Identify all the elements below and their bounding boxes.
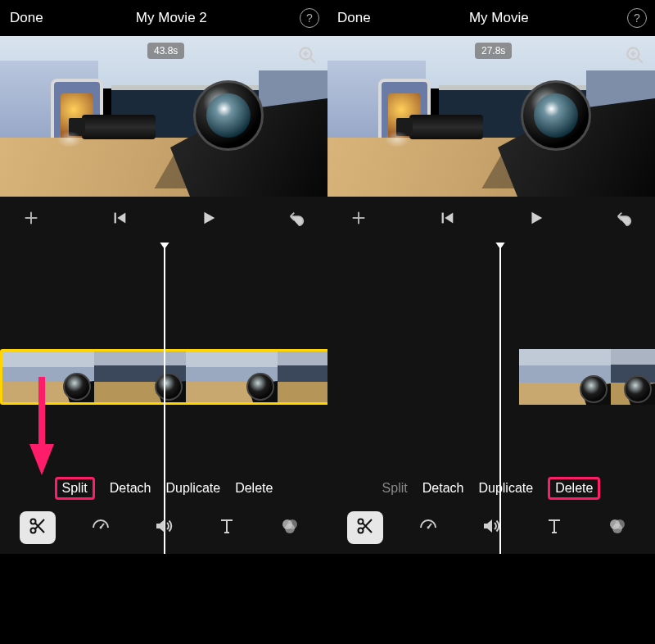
action-split[interactable]: Split — [382, 481, 408, 496]
help-button[interactable]: ? — [627, 8, 647, 28]
svg-point-8 — [31, 519, 36, 524]
skip-back-icon — [111, 209, 129, 230]
undo-button[interactable] — [280, 203, 313, 236]
action-delete[interactable]: Delete — [235, 481, 273, 496]
add-icon — [350, 209, 368, 230]
svg-point-27 — [359, 519, 364, 524]
header: Done My Movie ? — [328, 0, 655, 36]
tool-text[interactable] — [536, 511, 572, 544]
video-clip[interactable] — [519, 349, 655, 405]
header: Done My Movie 2 ? — [0, 0, 328, 36]
toolbar — [0, 508, 328, 554]
filters-icon — [608, 516, 627, 539]
svg-rect-7 — [38, 377, 45, 449]
text-icon — [217, 516, 237, 539]
undo-icon — [615, 209, 633, 230]
svg-rect-26 — [442, 213, 444, 224]
skip-back-button[interactable] — [431, 203, 463, 236]
clip-actions: Split Detach Duplicate Delete — [328, 472, 655, 505]
tool-speed[interactable] — [410, 511, 446, 544]
skip-back-icon — [438, 209, 456, 230]
timestamp-badge: 43.8s — [147, 43, 184, 59]
app-root: Done My Movie 2 ? 43.8s — [0, 0, 655, 644]
timeline[interactable]: Split Detach Duplicate Delete — [328, 243, 655, 554]
project-title: My Movie — [469, 10, 529, 26]
scissors-icon — [28, 516, 47, 539]
help-icon: ? — [634, 11, 640, 25]
add-icon — [22, 209, 40, 230]
svg-point-13 — [100, 527, 102, 529]
svg-point-32 — [427, 527, 430, 529]
filters-icon — [280, 516, 300, 539]
volume-icon — [481, 516, 501, 539]
clip-actions: Split Detach Duplicate Delete — [0, 472, 328, 505]
add-media-button[interactable] — [342, 203, 375, 236]
timeline[interactable]: Split Detach Duplicate Delete — [0, 243, 328, 554]
play-icon — [199, 209, 217, 230]
action-duplicate[interactable]: Duplicate — [478, 481, 533, 496]
tool-volume[interactable] — [146, 511, 182, 544]
action-detach[interactable]: Detach — [110, 481, 151, 496]
scissors-icon — [355, 516, 375, 539]
undo-icon — [287, 209, 305, 230]
timestamp-badge: 27.8s — [475, 43, 512, 59]
clip-thumbnails — [519, 349, 655, 405]
transport-bar — [328, 197, 655, 243]
svg-point-38 — [612, 524, 622, 533]
done-button[interactable]: Done — [10, 10, 43, 26]
undo-button[interactable] — [608, 203, 640, 236]
done-button[interactable]: Done — [337, 10, 371, 26]
text-icon — [544, 516, 564, 539]
speed-icon — [418, 516, 438, 539]
tool-scissors[interactable] — [347, 511, 383, 544]
action-delete[interactable]: Delete — [548, 477, 600, 500]
pane-0: Done My Movie 2 ? 43.8s — [0, 0, 328, 644]
svg-point-19 — [285, 524, 295, 533]
svg-line-1 — [310, 58, 315, 63]
tool-volume[interactable] — [473, 511, 509, 544]
pane-1: Done My Movie ? 27.8s — [328, 0, 655, 644]
action-split[interactable]: Split — [55, 477, 95, 500]
skip-back-button[interactable] — [103, 203, 136, 236]
help-icon: ? — [306, 11, 313, 25]
zoom-button[interactable] — [624, 44, 645, 66]
svg-point-28 — [359, 528, 364, 533]
transport-bar — [0, 197, 328, 243]
volume-icon — [154, 516, 174, 539]
svg-point-9 — [31, 528, 36, 533]
preview-video — [328, 36, 655, 197]
play-icon — [526, 209, 544, 230]
play-button[interactable] — [192, 203, 224, 236]
tool-scissors[interactable] — [20, 511, 56, 544]
preview-video — [0, 36, 328, 197]
preview[interactable]: 43.8s — [0, 36, 328, 197]
playhead[interactable] — [499, 243, 501, 554]
project-title: My Movie 2 — [136, 10, 207, 26]
speed-icon — [91, 516, 111, 539]
svg-line-21 — [638, 58, 643, 63]
zoom-button[interactable] — [296, 44, 318, 66]
action-detach[interactable]: Detach — [422, 481, 464, 496]
annotation-arrow — [29, 377, 54, 475]
action-duplicate[interactable]: Duplicate — [165, 481, 220, 496]
tool-filters[interactable] — [599, 511, 635, 544]
play-button[interactable] — [519, 203, 552, 236]
tool-speed[interactable] — [83, 511, 119, 544]
help-button[interactable]: ? — [300, 8, 319, 28]
svg-rect-6 — [115, 213, 116, 224]
toolbar — [328, 508, 655, 554]
zoom-icon — [624, 44, 645, 66]
tool-text[interactable] — [209, 511, 245, 544]
zoom-icon — [296, 44, 318, 66]
playhead[interactable] — [164, 243, 165, 554]
add-media-button[interactable] — [15, 203, 47, 236]
preview[interactable]: 27.8s — [328, 36, 655, 197]
tool-filters[interactable] — [272, 511, 308, 544]
